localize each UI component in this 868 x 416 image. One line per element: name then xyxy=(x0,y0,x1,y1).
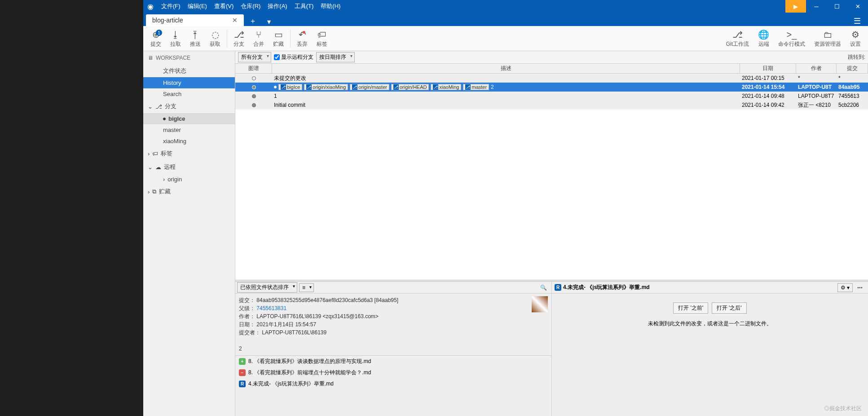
cloud-icon: ☁ xyxy=(155,164,161,171)
tool-命令行模式[interactable]: >_命令行模式 xyxy=(774,29,810,48)
diff-filename: R 4.未完成- 《js玩算法系列》举重.md xyxy=(555,284,650,291)
commit-row[interactable]: ⎇bigIce⎇origin/xiaoMing⎇origin/master⎇or… xyxy=(235,83,868,92)
remotes-group[interactable]: ⌄ ☁ 远程 xyxy=(143,160,235,174)
tool-icon: ▭ xyxy=(274,29,283,40)
menu-action[interactable]: 操作(A) xyxy=(264,2,291,10)
tags-group[interactable]: › 🏷 标签 xyxy=(143,147,235,160)
col-author: 作者 xyxy=(796,64,837,73)
tool-远端[interactable]: 🌐远端 xyxy=(753,29,774,48)
watermark: ◎掘金技术社区 xyxy=(824,405,862,412)
stash-icon: ⧉ xyxy=(152,188,156,195)
changed-files: +8. 《看完就懂系列》谈谈数据埋点的原理与实现.md−8. 《看完就懂系列》前… xyxy=(235,355,551,390)
menu-tools[interactable]: 工具(T) xyxy=(291,2,317,10)
del-icon: − xyxy=(239,369,246,376)
tool-icon: ⎇ xyxy=(234,29,244,40)
tool-提交[interactable]: ⊕提交1 xyxy=(146,29,166,48)
file-row[interactable]: R4.未完成- 《js玩算法系列》举重.md xyxy=(235,378,551,390)
maximize-button[interactable]: ☐ xyxy=(827,0,847,13)
file-row[interactable]: −8. 《看完就懂系列》前端埋点十分钟就能学会？.md xyxy=(235,367,551,378)
open-after-button[interactable]: 打开 '之后' xyxy=(712,302,747,314)
tool-icon: ↶ xyxy=(299,29,306,40)
show-remote-checkbox[interactable]: 显示远程分支 xyxy=(274,53,313,61)
tag-icon: 🏷 xyxy=(152,150,158,157)
hamburger-icon[interactable]: ☰ xyxy=(846,16,868,26)
menu-edit[interactable]: 编辑(E) xyxy=(184,2,211,10)
add-icon: + xyxy=(239,358,246,365)
branch-tag[interactable]: ⎇origin/master xyxy=(350,84,389,90)
tool-资源管理器[interactable]: 🗀资源管理器 xyxy=(810,29,846,48)
tab-dropdown-icon[interactable]: ▾ xyxy=(262,18,276,26)
chevron-right-icon: › xyxy=(148,150,150,157)
tool-分支[interactable]: ⎇分支 xyxy=(229,29,249,48)
tool-推送[interactable]: ⭱推送 xyxy=(185,29,205,48)
tool-丢弃[interactable]: ↶丢弃 xyxy=(292,29,312,48)
history-header: 图谱 描述 日期 作者 提交 xyxy=(235,64,868,74)
commit-row[interactable]: 未提交的更改2021-01-17 00:15** xyxy=(235,74,868,83)
view-mode-dropdown[interactable]: ≡ xyxy=(299,283,314,292)
branch-tag[interactable]: ⎇origin/HEAD xyxy=(391,84,429,90)
remote-origin[interactable]: › origin xyxy=(143,174,235,185)
close-button[interactable]: ✕ xyxy=(847,0,868,13)
branch-bigice[interactable]: bigIce xyxy=(143,113,235,124)
tool-设置[interactable]: ⚙设置 xyxy=(846,29,865,48)
monitor-icon: 🖥 xyxy=(148,55,153,61)
commit-details: 已依照文件状态排序 ≡ 🔍 提交： 84aab9538325255d95e487… xyxy=(235,281,868,416)
tool-贮藏[interactable]: ▭贮藏 xyxy=(269,29,288,48)
sort-dropdown[interactable]: 按日期排序 xyxy=(316,52,355,62)
search-icon[interactable]: 🔍 xyxy=(538,285,550,291)
branch-tag[interactable]: ⎇master xyxy=(463,84,489,90)
col-desc: 描述 xyxy=(272,64,740,73)
tool-Git工作流[interactable]: ⎇Git工作流 xyxy=(722,29,753,48)
stash-group[interactable]: › ⧉ 贮藏 xyxy=(143,185,235,198)
branch-xiaoming[interactable]: xiaoMing xyxy=(143,136,235,147)
history-rows: 未提交的更改2021-01-17 00:15**⎇bigIce⎇origin/x… xyxy=(235,74,868,109)
tool-icon: ⎇ xyxy=(732,29,743,40)
tool-获取[interactable]: ◌获取 xyxy=(205,29,225,48)
detail-left: 已依照文件状态排序 ≡ 🔍 提交： 84aab9538325255d95e487… xyxy=(235,282,552,416)
branch-tag[interactable]: ⎇xiaoMing xyxy=(431,84,461,90)
sidebar-item-history[interactable]: History xyxy=(143,77,235,88)
detail-right: R 4.未完成- 《js玩算法系列》举重.md ⚙ ▾ ⋯ 打开 '之前' 打开… xyxy=(552,282,868,416)
menu-file[interactable]: 文件(F) xyxy=(158,2,184,10)
branch-icon: ⎇ xyxy=(155,103,162,110)
close-tab-icon[interactable]: ✕ xyxy=(232,17,238,24)
titlebar: ◉ 文件(F) 编辑(E) 查看(V) 仓库(R) 操作(A) 工具(T) 帮助… xyxy=(143,0,868,13)
col-commit: 提交 xyxy=(837,64,868,73)
sidebar-item-filestatus[interactable]: 文件状态 xyxy=(143,65,235,77)
chevron-down-icon: ⌄ xyxy=(148,103,153,110)
tool-icon: ⭱ xyxy=(191,29,200,40)
sidebar-item-search[interactable]: Search xyxy=(143,88,235,100)
rename-icon: R xyxy=(555,284,561,291)
repo-tab[interactable]: blog-article ✕ xyxy=(146,14,244,26)
file-row[interactable]: +8. 《看完就懂系列》谈谈数据埋点的原理与实现.md xyxy=(235,356,551,367)
menu-view[interactable]: 查看(V) xyxy=(211,2,237,10)
tool-标签[interactable]: 🏷标签 xyxy=(312,29,332,48)
open-before-button[interactable]: 打开 '之前' xyxy=(673,302,708,314)
col-date: 日期 xyxy=(740,64,796,73)
branch-tag[interactable]: ⎇origin/xiaoMing xyxy=(304,84,348,90)
play-button[interactable]: ▶ xyxy=(785,0,806,13)
commit-row[interactable]: Initial commit2021-01-14 09:42张正一 <82105… xyxy=(235,101,868,109)
commit-row[interactable]: 12021-01-14 09:48LAPTOP-U8T77455613 xyxy=(235,92,868,101)
new-tab-button[interactable]: ＋ xyxy=(244,17,262,26)
menu-help[interactable]: 帮助(H) xyxy=(317,2,344,10)
branch-master[interactable]: master xyxy=(143,124,235,136)
branch-tag[interactable]: ⎇bigIce xyxy=(278,84,302,90)
gear-icon[interactable]: ⚙ ▾ xyxy=(837,283,853,292)
minimize-button[interactable]: ─ xyxy=(806,0,827,13)
tool-拉取[interactable]: ⭳拉取 xyxy=(166,29,185,48)
tool-合并[interactable]: ⑂合并 xyxy=(249,29,269,48)
file-sort-dropdown[interactable]: 已依照文件状态排序 xyxy=(237,282,297,293)
chevron-right-icon: › xyxy=(148,188,150,195)
menu-repo[interactable]: 仓库(R) xyxy=(237,2,264,10)
branch-filter-dropdown[interactable]: 所有分支 xyxy=(238,52,271,62)
tool-icon: 🏷 xyxy=(317,29,326,40)
chevron-down-icon: ⌄ xyxy=(148,164,153,171)
tool-icon: ⑂ xyxy=(256,29,261,40)
diff-area: 打开 '之前' 打开 '之后' 未检测到此文件的改变，或者这是一个二进制文件。 xyxy=(552,293,868,416)
app-logo-icon: ◉ xyxy=(143,2,158,11)
branches-group[interactable]: ⌄ ⎇ 分支 xyxy=(143,100,235,113)
parent-link[interactable]: 7455613831 xyxy=(256,305,286,311)
tab-bar: blog-article ✕ ＋ ▾ ☰ xyxy=(143,13,868,26)
more-icon[interactable]: ⋯ xyxy=(855,284,865,292)
